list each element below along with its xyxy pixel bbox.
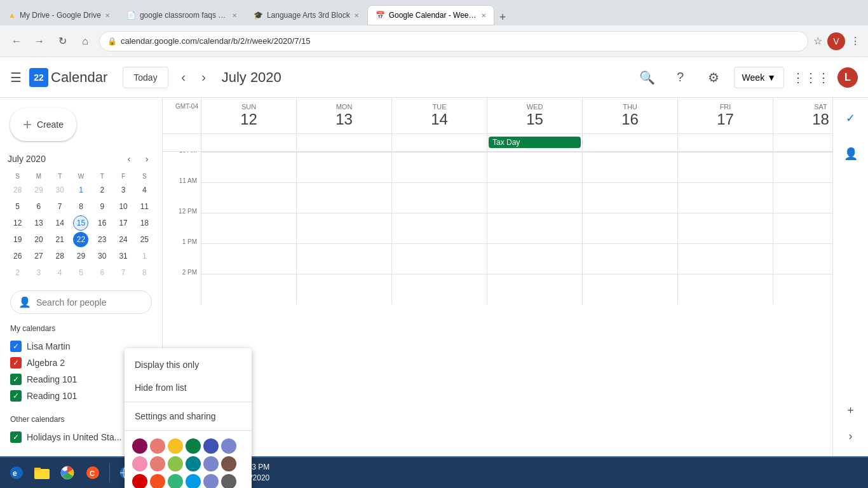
mini-day-10[interactable]: 10 bbox=[116, 199, 131, 214]
cell-sun-2pm[interactable] bbox=[201, 274, 296, 304]
mini-day-9[interactable]: 9 bbox=[95, 199, 110, 214]
hamburger-button[interactable]: ☰ bbox=[10, 70, 22, 85]
menu-display-only[interactable]: Display this only bbox=[125, 353, 252, 376]
tab-docs-close[interactable]: ✕ bbox=[232, 12, 237, 19]
cell-sun-10am[interactable] bbox=[201, 152, 296, 182]
mini-day-2-aug[interactable]: 2 bbox=[10, 265, 25, 280]
color-brown[interactable] bbox=[221, 456, 236, 471]
privacy-link[interactable]: Privacy bbox=[39, 456, 64, 456]
menu-button[interactable]: ⋮ bbox=[850, 35, 860, 47]
view-selector[interactable]: Week ▼ bbox=[734, 67, 784, 88]
mini-cal-next[interactable]: › bbox=[139, 151, 154, 166]
cell-mon-2pm[interactable] bbox=[296, 274, 391, 304]
mini-day-26[interactable]: 26 bbox=[10, 248, 25, 264]
mini-day-29-jun[interactable]: 29 bbox=[31, 182, 46, 198]
mini-day-29[interactable]: 29 bbox=[73, 248, 88, 264]
apps-button[interactable]: ⋮⋮⋮ bbox=[792, 70, 830, 85]
side-tasks-icon[interactable]: ✓ bbox=[838, 105, 864, 131]
mini-day-25[interactable]: 25 bbox=[137, 232, 152, 247]
taskbar-ie-icon[interactable]: e bbox=[5, 461, 28, 484]
color-blue[interactable] bbox=[203, 474, 219, 488]
cell-mon-10am[interactable] bbox=[296, 152, 391, 182]
color-sage[interactable] bbox=[186, 438, 201, 454]
other-calendars-title[interactable]: Other calendars bbox=[10, 415, 64, 424]
mini-day-8[interactable]: 8 bbox=[73, 199, 88, 214]
side-contacts-icon[interactable]: 👤 bbox=[838, 141, 864, 166]
mini-day-5[interactable]: 5 bbox=[10, 199, 25, 214]
taskbar-folder-icon[interactable] bbox=[31, 461, 53, 484]
mini-day-28[interactable]: 28 bbox=[52, 248, 67, 264]
mini-day-30-jun[interactable]: 30 bbox=[52, 182, 67, 198]
cell-fri-2pm[interactable] bbox=[677, 274, 773, 304]
today-button[interactable]: Today bbox=[123, 67, 168, 88]
profile-button[interactable]: V bbox=[827, 32, 845, 50]
mini-day-21[interactable]: 21 bbox=[52, 232, 67, 247]
cell-thu-2pm[interactable] bbox=[582, 274, 677, 304]
mini-day-23[interactable]: 23 bbox=[95, 232, 110, 247]
cal-checkbox-holidays[interactable]: ✓ bbox=[10, 431, 22, 443]
home-button[interactable]: ⌂ bbox=[76, 32, 94, 50]
mini-day-3-aug[interactable]: 3 bbox=[31, 265, 46, 280]
cell-tue-12pm[interactable] bbox=[391, 213, 487, 243]
mini-day-3[interactable]: 3 bbox=[116, 182, 131, 198]
mini-day-17[interactable]: 17 bbox=[116, 215, 131, 231]
mini-day-30[interactable]: 30 bbox=[95, 248, 110, 264]
side-add-icon[interactable]: + bbox=[838, 398, 864, 423]
tab-calendar[interactable]: 📅 Google Calendar - Week of July... ✕ bbox=[367, 5, 494, 25]
cell-thu-10am[interactable] bbox=[582, 152, 677, 182]
color-tangerine[interactable] bbox=[168, 438, 183, 454]
terms-link[interactable]: Terms bbox=[10, 456, 31, 456]
mini-day-8-aug[interactable]: 8 bbox=[137, 265, 152, 280]
address-bar[interactable]: 🔒 calendar.google.com/calendar/b/2/r/wee… bbox=[99, 31, 808, 51]
cell-tue-2pm[interactable] bbox=[391, 274, 487, 304]
mini-day-1[interactable]: 1 bbox=[73, 182, 88, 198]
cell-fri-12pm[interactable] bbox=[677, 213, 773, 243]
cell-tue-1pm[interactable] bbox=[391, 243, 487, 274]
cell-sun-11am[interactable] bbox=[201, 182, 296, 213]
tab-classroom[interactable]: 🎓 Language Arts 3rd Block ✕ bbox=[245, 5, 367, 25]
side-expand-icon[interactable]: › bbox=[838, 423, 864, 449]
color-green[interactable] bbox=[168, 474, 183, 488]
prev-week-button[interactable]: ‹ bbox=[173, 67, 194, 88]
tab-docs[interactable]: 📄 google classroom faqs article.do... ✕ bbox=[118, 5, 245, 25]
create-button[interactable]: + Create bbox=[10, 108, 76, 141]
cell-thu-11am[interactable] bbox=[582, 182, 677, 213]
all-day-wed[interactable]: Tax Day bbox=[487, 134, 582, 151]
mini-day-12[interactable]: 12 bbox=[10, 215, 25, 231]
color-grape[interactable] bbox=[150, 456, 165, 471]
mini-day-13[interactable]: 13 bbox=[31, 215, 46, 231]
cal-checkbox-lisa[interactable]: ✓ bbox=[10, 341, 22, 352]
color-peacock[interactable] bbox=[203, 438, 219, 454]
tab-drive[interactable]: ▲ My Drive - Google Drive ✕ bbox=[0, 5, 118, 25]
help-button[interactable]: ? bbox=[668, 65, 693, 90]
cell-tue-11am[interactable] bbox=[391, 182, 487, 213]
color-cyan[interactable] bbox=[186, 474, 201, 488]
cell-mon-11am[interactable] bbox=[296, 182, 391, 213]
cell-thu-12pm[interactable] bbox=[582, 213, 677, 243]
mini-day-11[interactable]: 11 bbox=[137, 199, 152, 214]
color-teal[interactable] bbox=[186, 456, 201, 471]
back-button[interactable]: ← bbox=[8, 32, 25, 50]
my-calendars-title[interactable]: My calendars bbox=[10, 324, 152, 333]
cell-sun-12pm[interactable] bbox=[201, 213, 296, 243]
color-lavender[interactable] bbox=[132, 456, 147, 471]
tab-drive-close[interactable]: ✕ bbox=[105, 12, 110, 19]
color-red[interactable] bbox=[132, 474, 147, 488]
forward-button[interactable]: → bbox=[31, 32, 48, 50]
color-blueberry[interactable] bbox=[221, 438, 236, 454]
mini-day-4[interactable]: 4 bbox=[137, 182, 152, 198]
taskbar-chrome-icon[interactable] bbox=[56, 461, 79, 484]
mini-day-14[interactable]: 14 bbox=[52, 215, 67, 231]
tab-calendar-close[interactable]: ✕ bbox=[481, 12, 486, 19]
cell-mon-1pm[interactable] bbox=[296, 243, 391, 274]
color-indigo[interactable] bbox=[203, 456, 219, 471]
mini-day-1-aug[interactable]: 1 bbox=[137, 248, 152, 264]
cell-thu-1pm[interactable] bbox=[582, 243, 677, 274]
cell-fri-1pm[interactable] bbox=[677, 243, 773, 274]
mini-day-5-aug[interactable]: 5 bbox=[73, 265, 88, 280]
color-flamingo[interactable] bbox=[150, 438, 165, 454]
color-grey[interactable] bbox=[221, 474, 236, 488]
mini-day-18[interactable]: 18 bbox=[137, 215, 152, 231]
cell-tue-10am[interactable] bbox=[391, 152, 487, 182]
mini-day-6-aug[interactable]: 6 bbox=[95, 265, 110, 280]
